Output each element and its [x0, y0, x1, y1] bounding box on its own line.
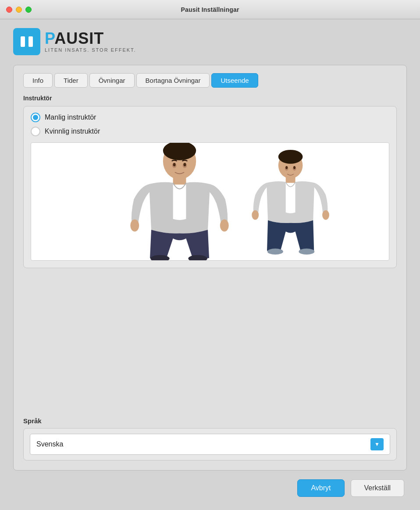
svg-point-7: [220, 220, 229, 232]
svg-rect-5: [173, 177, 186, 184]
svg-point-19: [267, 248, 283, 255]
instructor-label: Instruktör: [23, 95, 397, 102]
svg-point-13: [183, 163, 186, 166]
brand-name: Pausit: [45, 31, 136, 46]
female-instructor-label: Kvinnlig instruktör: [45, 128, 100, 135]
logo-area: Pausit LITEN INSATS. STOR EFFEKT.: [13, 28, 407, 55]
instructor-preview: [31, 142, 389, 261]
svg-rect-1: [28, 36, 33, 47]
svg-point-6: [130, 220, 139, 232]
language-section: Språk Svenska: [23, 417, 397, 460]
svg-point-17: [252, 210, 259, 220]
svg-rect-16: [286, 177, 295, 183]
window-title: Pausit Inställningar: [181, 6, 239, 13]
logo-text: Pausit LITEN INSATS. STOR EFFEKT.: [45, 31, 136, 53]
main-panel: Info Tider Övningar Bortagna Övningar Ut…: [13, 65, 407, 471]
svg-point-15: [278, 150, 303, 164]
male-instructor-option[interactable]: Manlig instruktör: [31, 113, 389, 122]
female-instructor-option[interactable]: Kvinnlig instruktör: [31, 127, 389, 136]
language-select-wrapper: Svenska: [23, 428, 397, 460]
apply-button[interactable]: Verkställ: [351, 479, 404, 497]
minimize-button[interactable]: [16, 7, 22, 13]
tab-bortagna[interactable]: Bortagna Övningar: [136, 73, 210, 88]
language-selected-value: Svenska: [36, 440, 63, 448]
tab-ovningar[interactable]: Övningar: [89, 73, 135, 88]
title-bar: Pausit Inställningar: [0, 0, 420, 19]
window-body: Pausit LITEN INSATS. STOR EFFEKT. Info T…: [0, 19, 420, 510]
svg-point-24: [293, 166, 295, 169]
female-radio-btn[interactable]: [31, 127, 40, 136]
traffic-lights: [6, 7, 32, 13]
chevron-down-icon: [370, 438, 384, 450]
male-instructor-label: Manlig instruktör: [45, 113, 96, 121]
pausit-logo-icon: [13, 28, 40, 55]
language-select[interactable]: Svenska: [30, 434, 390, 455]
instructor-radio-group: Manlig instruktör Kvinnlig instruktör: [31, 113, 389, 136]
svg-rect-0: [21, 36, 25, 47]
svg-point-23: [285, 166, 288, 169]
logo-tagline: LITEN INSATS. STOR EFFEKT.: [45, 47, 136, 53]
language-label: Språk: [23, 417, 397, 425]
tab-info[interactable]: Info: [23, 73, 53, 88]
bottom-bar: Avbryt Verkställ: [13, 479, 407, 497]
brand-prefix: P: [45, 29, 54, 47]
tab-utseende[interactable]: Utseende: [211, 73, 258, 88]
instructor-section: Manlig instruktör Kvinnlig instruktör: [23, 106, 397, 268]
svg-point-12: [173, 163, 176, 166]
svg-point-18: [322, 210, 329, 220]
svg-point-20: [299, 248, 314, 255]
male-radio-btn[interactable]: [31, 113, 40, 122]
cancel-button[interactable]: Avbryt: [297, 479, 344, 497]
tab-bar: Info Tider Övningar Bortagna Övningar Ut…: [23, 73, 397, 88]
close-button[interactable]: [6, 7, 12, 13]
tab-tider[interactable]: Tider: [54, 73, 88, 88]
maximize-button[interactable]: [25, 7, 32, 13]
